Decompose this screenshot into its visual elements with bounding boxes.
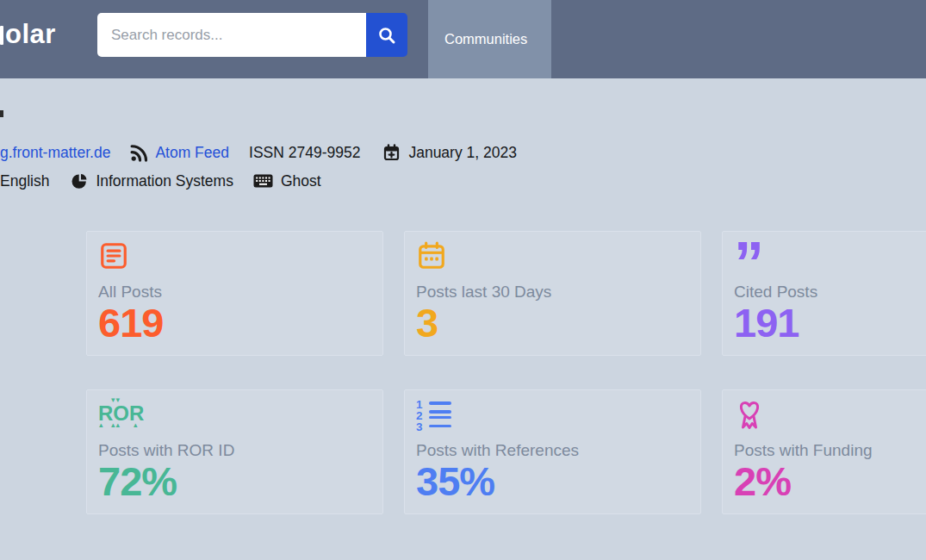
stat-label: All Posts [98,283,382,302]
stat-value: 191 [734,302,926,344]
stat-card-posts-with-ror-id: ▾▾ ROR ▴ ▴▴ ▴ Posts with ROR ID 72% [86,389,383,514]
heart-award-icon [734,399,926,430]
stat-label: Cited Posts [734,283,926,302]
search-icon [377,26,396,45]
tab-communities-label: Communities [444,31,527,47]
atom-feed-link[interactable]: Atom Feed [155,144,229,162]
search-input[interactable] [97,13,366,57]
stat-card-posts-with-funding: Posts with Funding 2% [722,389,926,514]
stat-label: Posts with References [416,441,700,460]
stats-grid: All Posts 619 Posts last 30 Days 3 [86,231,926,514]
stat-card-cited-posts: ” Cited Posts 191 [722,231,926,356]
stat-label: Posts with ROR ID [98,441,382,460]
rss-icon [130,144,148,162]
logo-text[interactable]: olar [5,19,56,50]
blog-meta-row-2: English Information Systems Ghost [0,170,321,192]
stat-value: 619 [98,302,382,344]
stat-value: 35% [416,461,700,502]
stat-value: 2% [734,461,926,502]
stat-value: 3 [416,302,700,344]
stat-card-posts-last-30-days: Posts last 30 Days 3 [404,231,701,356]
document-lines-icon [98,240,382,271]
stat-card-all-posts: All Posts 619 [86,231,383,356]
stat-card-posts-with-references: 1 2 3 Posts with References 35% [404,389,701,514]
search-button[interactable] [366,13,407,57]
blog-homepage-link[interactable]: g.front-matter.de [0,144,110,162]
category-label: Information Systems [96,172,233,190]
stat-label: Posts with Funding [734,441,926,460]
header: olar Communities [0,0,926,78]
ror-logo-icon: ▾▾ ROR ▴ ▴▴ ▴ [98,399,382,430]
logo-letter-fragment [0,26,3,45]
stat-value: 72% [98,461,382,502]
ordered-list-icon: 1 2 3 [416,399,700,430]
founded-date: January 1, 2023 [408,144,517,162]
blog-meta-row-1: g.front-matter.de Atom Feed ISSN 2749-99… [0,141,517,164]
issn-text: ISSN 2749-9952 [249,144,360,162]
page: olar Communities g.front-matter.de [0,0,926,560]
pie-chart-icon [71,173,88,190]
stat-label: Posts last 30 Days [416,283,700,302]
double-quote-icon: ” [734,240,926,271]
calendar-plus-icon [383,144,400,161]
calendar-icon [416,240,700,271]
search-bar [97,13,407,57]
truncated-title-fragment [0,110,3,117]
tab-communities[interactable]: Communities [428,0,551,78]
platform-label: Ghost [281,172,321,190]
keyboard-icon [253,173,273,189]
language-label: English [0,172,49,190]
